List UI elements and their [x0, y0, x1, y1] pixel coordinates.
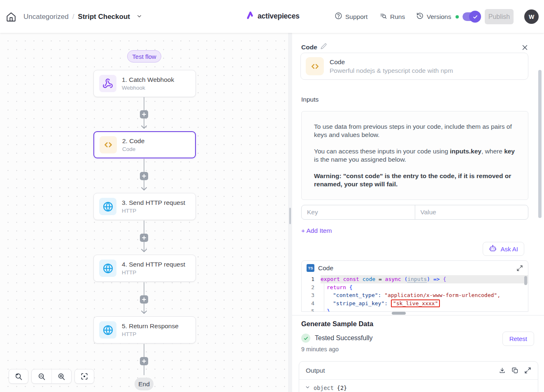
- test-status-row: Tested Successfully: [301, 334, 373, 343]
- chevron-down-icon[interactable]: [305, 385, 310, 391]
- add-step-button[interactable]: [140, 295, 148, 304]
- code-lines[interactable]: 1 export const code = async (inputs) => …: [302, 275, 528, 312]
- node-subtitle: HTTP: [122, 269, 185, 276]
- breadcrumb-separator: /: [72, 13, 74, 21]
- step-info-card: Code Powerful nodejs & typescript code w…: [300, 53, 528, 80]
- output-node-count: {2}: [337, 385, 347, 391]
- panel-scrollbar-thumb[interactable]: [538, 70, 542, 218]
- breadcrumb-category[interactable]: Uncategorized: [23, 13, 69, 21]
- nav-support-label: Support: [345, 13, 367, 21]
- inputs-heading: Inputs: [301, 96, 318, 103]
- edit-pencil-icon[interactable]: [321, 43, 327, 51]
- expand-icon[interactable]: [516, 265, 523, 271]
- add-item-link[interactable]: + Add Item: [301, 227, 332, 234]
- output-tree-row[interactable]: object {2}: [299, 380, 538, 392]
- line-number: 5: [302, 307, 321, 312]
- add-step-button[interactable]: [140, 357, 148, 365]
- step-settings-panel: Code Code Powerful nodejs & typescript c…: [292, 33, 544, 392]
- code-icon: [306, 57, 324, 75]
- retest-button[interactable]: Retest: [502, 332, 534, 346]
- add-step-button[interactable]: [140, 172, 148, 180]
- node-title: 1. Catch Webhook: [122, 76, 174, 84]
- draft-status-dot: [456, 15, 459, 19]
- editor-scrollbar-thumb[interactable]: [524, 276, 527, 285]
- chevron-down-icon[interactable]: [136, 13, 142, 21]
- nav-versions[interactable]: Versions: [416, 12, 459, 21]
- download-icon[interactable]: [499, 367, 506, 374]
- arrow-down-icon: [141, 187, 147, 190]
- logo-text: activepieces: [258, 12, 300, 21]
- horizontal-scrollbar-thumb[interactable]: [392, 312, 406, 315]
- output-title: Output: [306, 367, 325, 374]
- test-status-label: Tested Successfully: [315, 334, 373, 342]
- flow-canvas[interactable]: Test flow 1. Catch Webhook Webhook 2. Co…: [0, 33, 288, 392]
- info-paragraph-2: You can access these inputs in your code…: [314, 147, 516, 164]
- node-subtitle: HTTP: [122, 208, 185, 214]
- close-icon[interactable]: [521, 44, 528, 53]
- line-number: 4: [302, 299, 321, 308]
- panel-resize-handle[interactable]: [288, 33, 292, 392]
- step-card-title: Code: [330, 58, 453, 66]
- typescript-badge: TS: [307, 264, 314, 272]
- webhook-icon: [99, 75, 116, 92]
- flow-node-http-4[interactable]: 4. Send HTTP request HTTP: [93, 255, 196, 282]
- nav-support[interactable]: Support: [335, 12, 367, 21]
- section-divider: [292, 315, 544, 315]
- node-title: 4. Send HTTP request: [122, 261, 185, 268]
- line-number: 3: [302, 291, 321, 299]
- resize-grip: [289, 208, 291, 224]
- arrow-down-icon: [141, 125, 147, 129]
- flow-end-marker: End: [135, 378, 153, 390]
- zoom-reset-button[interactable]: [9, 369, 28, 384]
- code-editor-title: Code: [318, 264, 333, 272]
- line-number: 1: [302, 275, 321, 283]
- nav-runs[interactable]: Runs: [379, 12, 405, 21]
- value-input[interactable]: [415, 205, 528, 219]
- test-timestamp: 9 minutes ago: [301, 346, 339, 353]
- expand-icon[interactable]: [524, 367, 531, 374]
- canvas-controls: [9, 369, 94, 384]
- node-subtitle: Code: [122, 146, 144, 152]
- home-icon[interactable]: [6, 12, 16, 22]
- code-icon: [100, 136, 117, 153]
- input-pair-row: [301, 205, 528, 220]
- flow-node-catch-webhook[interactable]: 1. Catch Webhook Webhook: [93, 70, 196, 97]
- toggle-knob: [469, 11, 481, 23]
- arrow-down-icon: [141, 311, 147, 314]
- code-editor[interactable]: TS Code 1 export const code = async (inp…: [301, 260, 528, 312]
- flow-name[interactable]: Stript Checkout: [78, 13, 130, 21]
- add-step-button[interactable]: [140, 110, 148, 118]
- inputs-info-box: To use data from previous steps in your …: [301, 111, 528, 200]
- add-step-button[interactable]: [140, 234, 148, 242]
- ask-ai-button[interactable]: Ask AI: [483, 242, 524, 256]
- flow-enabled-toggle[interactable]: [463, 12, 480, 21]
- node-title: 5. Return Response: [122, 322, 179, 330]
- step-card-description: Powerful nodejs & typescript code with n…: [330, 67, 453, 74]
- ask-ai-label: Ask AI: [500, 246, 518, 253]
- flow-node-return-response[interactable]: 5. Return Response HTTP: [93, 316, 196, 343]
- flow-node-code[interactable]: 2. Code Code: [93, 131, 196, 158]
- zoom-in-button[interactable]: [51, 369, 71, 383]
- fit-view-button[interactable]: [74, 369, 94, 384]
- key-input[interactable]: [302, 205, 415, 219]
- activepieces-logo-icon: [246, 11, 255, 21]
- info-paragraph-warning: Warning: "const code" is the entry to th…: [314, 172, 516, 188]
- success-check-icon: [301, 334, 310, 343]
- robot-icon: [489, 244, 497, 253]
- copy-icon[interactable]: [511, 367, 518, 374]
- output-box: Output object {2}: [299, 361, 538, 392]
- flow-node-http-3[interactable]: 3. Send HTTP request HTTP: [93, 193, 196, 220]
- globe-icon: [99, 198, 116, 215]
- nav-versions-label: Versions: [427, 13, 451, 21]
- zoom-button-group: [31, 369, 72, 384]
- nav-runs-label: Runs: [390, 13, 405, 21]
- publish-button[interactable]: Publish: [485, 9, 514, 24]
- avatar[interactable]: W: [524, 9, 539, 24]
- test-flow-button[interactable]: Test flow: [127, 50, 161, 63]
- app-header: Uncategorized / Stript Checkout activepi…: [0, 0, 544, 33]
- help-circle-icon: [335, 12, 342, 21]
- activepieces-logo: activepieces: [246, 11, 300, 21]
- zoom-out-button[interactable]: [32, 369, 51, 383]
- generate-sample-data-heading: Generate Sample Data: [301, 320, 373, 328]
- redacted-secret-annotation: "sk_live_xxxx": [391, 299, 440, 307]
